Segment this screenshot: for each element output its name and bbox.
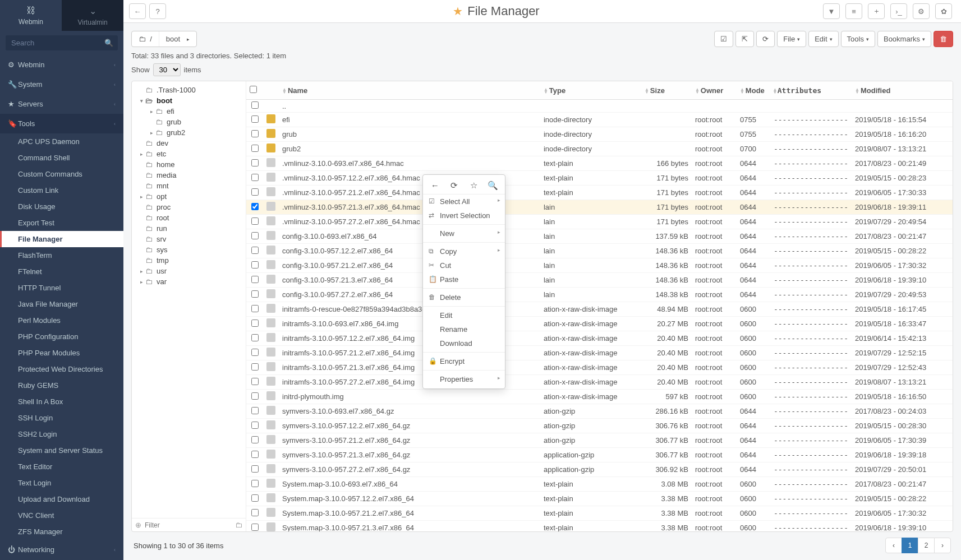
page-button[interactable]: › [934, 538, 951, 553]
table-row[interactable]: config-3.10.0-693.el7.x86_64 lain 137.59… [246, 229, 953, 244]
ctx-toolbar-icon[interactable]: ⟳ [448, 181, 461, 191]
col-modified[interactable]: Modified [861, 86, 890, 95]
table-row[interactable]: symvers-3.10.0-957.12.2.el7.x86_64.gz at… [246, 419, 953, 433]
row-checkbox[interactable] [251, 334, 259, 341]
table-row[interactable]: config-3.10.0-957.21.3.el7.x86_64 lain 1… [246, 273, 953, 288]
row-checkbox[interactable] [251, 217, 259, 225]
page-button[interactable]: ‹ [885, 538, 902, 553]
col-type[interactable]: Type [549, 86, 565, 95]
col-name[interactable]: Name [288, 86, 307, 95]
sidebar-item[interactable]: Ruby GEMS [0, 377, 123, 394]
sidebar-item[interactable]: SSH Login [0, 410, 123, 426]
sidebar-category[interactable]: 🔧System‹ [0, 75, 123, 94]
help-button[interactable]: ? [149, 3, 166, 19]
table-row[interactable]: config-3.10.0-957.27.2.el7.x86_64 lain 1… [246, 288, 953, 302]
sidebar-item[interactable]: File Manager [0, 231, 123, 247]
ctx-item[interactable]: ☑Select All▸ [423, 195, 505, 209]
sidebar-item[interactable]: System and Server Status [0, 442, 123, 459]
row-checkbox[interactable] [251, 407, 259, 414]
row-checkbox[interactable] [251, 145, 259, 152]
sidebar-item[interactable]: PHP Pear Modules [0, 345, 123, 361]
show-count-select[interactable]: 30 [153, 63, 181, 76]
table-row[interactable]: .vmlinuz-3.10.0-957.21.3.el7.x86_64.hmac… [246, 200, 953, 215]
table-row[interactable]: System.map-3.10.0-693.el7.x86_64 text-pl… [246, 477, 953, 492]
delete-button[interactable]: 🗑 [934, 31, 953, 47]
ctx-item[interactable]: Properties▸ [423, 372, 505, 386]
tree-row[interactable]: 🗀srv [134, 234, 244, 244]
sidebar-item[interactable]: Custom Commands [0, 166, 123, 182]
table-row[interactable]: System.map-3.10.0-957.12.2.el7.x86_64 te… [246, 492, 953, 506]
back-button[interactable]: ← [129, 3, 146, 19]
row-checkbox[interactable] [251, 232, 259, 239]
edit-menu[interactable]: Edit ▾ [808, 31, 838, 47]
sidebar-item[interactable]: HTTP Tunnel [0, 280, 123, 296]
sidebar-category[interactable]: ★Servers‹ [0, 94, 123, 114]
tree-row[interactable]: 🗀sys [134, 244, 244, 255]
tree-row[interactable]: 🗀proc [134, 202, 244, 212]
col-attributes[interactable]: Attributes [778, 86, 821, 95]
tree-row[interactable]: 🗀tmp [134, 255, 244, 266]
columns-icon[interactable]: ≡ [845, 3, 862, 19]
tree-expand-icon[interactable]: ▸ [137, 151, 145, 157]
sidebar-item[interactable]: PHP Configuration [0, 328, 123, 345]
sidebar-category[interactable]: ⏻Networking‹ [0, 540, 123, 559]
tree-row[interactable]: ▸🗀grub2 [134, 127, 244, 138]
ctx-toolbar-icon[interactable]: ☆ [467, 181, 480, 191]
row-checkbox[interactable] [251, 436, 259, 443]
tree-row[interactable]: ▸🗀opt [134, 191, 244, 202]
ctx-item[interactable]: Download [423, 336, 505, 350]
row-checkbox[interactable] [251, 451, 259, 458]
row-checkbox[interactable] [251, 276, 259, 283]
tree-expand-icon[interactable]: ▸ [137, 269, 145, 274]
row-checkbox[interactable] [251, 392, 259, 400]
col-owner[interactable]: Owner [701, 86, 723, 95]
table-row[interactable]: initramfs-3.10.0-957.21.3.el7.x86_64.img… [246, 360, 953, 375]
ctx-item[interactable]: ✂Cut [423, 258, 505, 272]
table-row[interactable]: initramfs-3.10.0-957.21.2.el7.x86_64.img… [246, 346, 953, 360]
row-checkbox[interactable] [251, 349, 259, 356]
row-checkbox[interactable] [251, 188, 259, 196]
table-row[interactable]: initrd-plymouth.img ation-x-raw-disk-ima… [246, 390, 953, 404]
ctx-toolbar-icon[interactable]: 🔍 [486, 181, 500, 191]
table-row[interactable]: symvers-3.10.0-957.27.2.el7.x86_64.gz ap… [246, 462, 953, 477]
row-checkbox[interactable] [251, 130, 259, 137]
ctx-item[interactable]: Edit [423, 308, 505, 322]
sidebar-item[interactable]: Perl Modules [0, 312, 123, 328]
tree-row[interactable]: ▸🗀etc [134, 149, 244, 159]
sidebar-category[interactable]: ⚙Webmin‹ [0, 55, 123, 75]
tree-row[interactable]: 🗀grub [134, 117, 244, 127]
row-checkbox[interactable] [251, 480, 259, 487]
tree-row[interactable]: 🗀run [134, 223, 244, 234]
bookmarks-menu[interactable]: Bookmarks ▾ [877, 31, 931, 47]
tree-row[interactable]: ▸🗀usr [134, 266, 244, 276]
sidebar-item[interactable]: Text Editor [0, 459, 123, 475]
table-row[interactable]: symvers-3.10.0-957.21.3.el7.x86_64.gz ap… [246, 448, 953, 462]
row-checkbox[interactable] [251, 159, 259, 166]
sidebar-item[interactable]: VNC Client [0, 507, 123, 524]
refresh-button[interactable]: ⟳ [756, 31, 775, 47]
row-checkbox[interactable] [251, 247, 259, 254]
ctx-item[interactable]: 🗑Delete [423, 290, 505, 304]
sidebar-item[interactable]: FlashTerm [0, 247, 123, 263]
row-checkbox[interactable] [251, 509, 259, 516]
table-row[interactable]: initramfs-3.10.0-957.12.2.el7.x86_64.img… [246, 331, 953, 346]
table-row[interactable]: symvers-3.10.0-693.el7.x86_64.gz ation-g… [246, 404, 953, 419]
table-row[interactable]: grub2 inode-directory root:root 0700 ---… [246, 142, 953, 156]
tree-row[interactable]: ▸🗀var [134, 276, 244, 287]
table-row[interactable]: System.map-3.10.0-957.21.2.el7.x86_64 te… [246, 506, 953, 521]
row-checkbox[interactable] [251, 363, 259, 371]
sidebar-item[interactable]: Java File Manager [0, 296, 123, 312]
tree-row[interactable]: 🗀media [134, 170, 244, 181]
sidebar-item[interactable]: Disk Usage [0, 198, 123, 215]
tab-webmin[interactable]: ⛓ Webmin [0, 0, 62, 31]
row-checkbox[interactable] [251, 203, 259, 210]
sidebar-item[interactable]: Upload and Download [0, 491, 123, 507]
tree-expand-icon[interactable]: ▸ [148, 109, 155, 114]
gear-icon[interactable]: ✿ [935, 3, 952, 19]
table-row[interactable]: config-3.10.0-957.21.2.el7.x86_64 lain 1… [246, 258, 953, 273]
tree-expand-icon[interactable]: ▸ [137, 194, 145, 200]
settings-icon[interactable]: ⚙ [913, 3, 930, 19]
page-button[interactable]: 2 [918, 538, 935, 553]
sidebar-item[interactable]: ZFS Manager [0, 524, 123, 540]
terminal-icon[interactable]: ›_ [890, 3, 907, 19]
